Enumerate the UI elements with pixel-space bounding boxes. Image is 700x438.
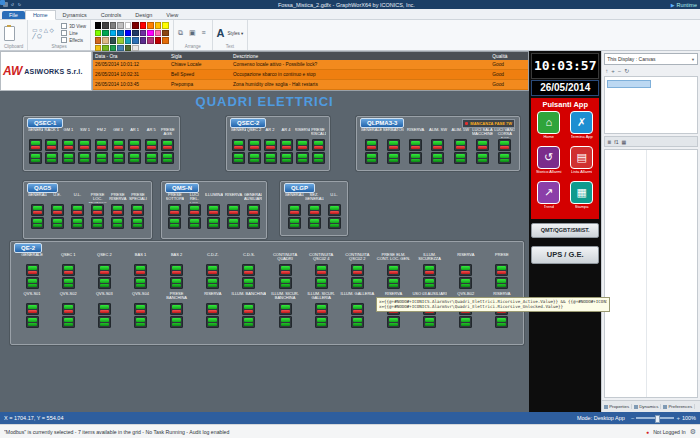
zoom-in-icon[interactable]: + [676, 415, 680, 421]
alarm-row[interactable]: 26/05/2014 10:02:31Bell SpeedOccupazione… [93, 70, 528, 80]
app-icon [0, 0, 5, 5]
shape-tools-icons[interactable]: ▭ ○ △ ◇ ╱ ⬠ [32, 27, 58, 39]
color-swatch[interactable] [110, 22, 117, 29]
panel-title-QMS-N[interactable]: QMS-N [165, 183, 199, 193]
text-styles-dropdown[interactable]: Styles ▾ [228, 31, 244, 36]
qmt-qgbt-smist-button[interactable]: QMT/QGBT/SMIST. [531, 223, 599, 238]
remove-icon[interactable]: − [618, 68, 622, 74]
color-swatch[interactable] [162, 37, 169, 44]
indicator-label: ALIM. 5W [450, 128, 471, 138]
arrange-icons[interactable]: ⧉ ▣ ≡ [178, 29, 208, 37]
login-status[interactable]: Not Logged In [653, 429, 686, 435]
panel-title-QSEC-2[interactable]: QSEC-2 [230, 118, 266, 128]
gear-icon[interactable]: ⚙ [690, 428, 696, 436]
color-swatch[interactable] [117, 37, 124, 44]
color-swatch[interactable] [140, 37, 147, 44]
paste-icon[interactable] [4, 26, 15, 41]
add-icon[interactable]: + [611, 68, 615, 74]
red-led-icon [47, 146, 56, 150]
panel-title-QE-2[interactable]: QE-2 [14, 243, 42, 253]
green-led-icon [281, 318, 290, 322]
color-swatch[interactable] [125, 22, 132, 29]
color-swatch[interactable] [155, 30, 162, 37]
red-led-icon [229, 211, 238, 215]
color-swatch[interactable] [162, 22, 169, 29]
explorer-tab-dynamics[interactable]: Dynamics [634, 404, 661, 409]
ribbon-tab-home[interactable]: Home [25, 10, 56, 20]
app-button-storico-allarmi[interactable]: ↺Storico Allarmi [533, 146, 564, 179]
list-icon[interactable]: ≣ [607, 139, 611, 145]
color-swatch[interactable] [125, 37, 132, 44]
color-swatch[interactable] [110, 37, 117, 44]
column-header-descrizione[interactable]: Descrizione [231, 54, 490, 59]
font-icon[interactable]: A [217, 27, 225, 39]
color-swatch[interactable] [155, 37, 162, 44]
app-button-stampa[interactable]: ▦Stampa [566, 181, 597, 214]
color-swatch[interactable] [125, 30, 132, 37]
explorer-tree[interactable] [604, 76, 698, 134]
indicator-module [387, 277, 400, 289]
panel-title-QAG5[interactable]: QAG5 [27, 183, 58, 193]
color-swatch[interactable] [147, 37, 154, 44]
up-icon[interactable]: ↑ [605, 68, 608, 74]
color-swatch[interactable] [155, 22, 162, 29]
color-swatch[interactable] [147, 30, 154, 37]
column-header-qualita[interactable]: Qualità [490, 54, 528, 59]
color-swatch[interactable] [140, 30, 147, 37]
indicator-module [128, 139, 141, 151]
color-swatch[interactable] [110, 30, 117, 37]
panel-title-QLPMA3-3[interactable]: QLPMA3-3 [360, 118, 404, 128]
ups-ge-button[interactable]: UPS / G.E. [531, 246, 599, 264]
color-swatch[interactable] [147, 22, 154, 29]
ribbon-tab-design[interactable]: Design [128, 11, 159, 19]
shapes-option-0[interactable]: 3D View [61, 23, 86, 29]
green-led-icon [229, 219, 238, 223]
properties-grid[interactable] [604, 149, 698, 398]
zoom-slider[interactable] [636, 417, 674, 419]
indicator-module [134, 303, 147, 315]
column-header-data-ora[interactable]: Data - Ora [93, 54, 169, 59]
explorer-tab-preferences[interactable]: Preferences [663, 404, 695, 409]
panel-QLPMA3-3: QLPMA3-3MANCANZA FASE 7WGENERALESERBATOI… [356, 116, 520, 171]
color-swatch[interactable] [162, 30, 169, 37]
alarm-row[interactable]: 26/05/2014 10:03:45PrepompaZona humidity… [93, 80, 528, 90]
panel-title-QLGP[interactable]: QLGP [284, 183, 315, 193]
zoom-slider-thumb[interactable] [655, 415, 660, 423]
refresh-icon[interactable]: ↻ [624, 67, 629, 74]
tree-selected-item[interactable] [607, 80, 651, 88]
color-swatch[interactable] [95, 37, 102, 44]
color-swatch[interactable] [102, 22, 109, 29]
color-swatch[interactable] [102, 30, 109, 37]
grid-icon[interactable]: ▦ [622, 139, 627, 145]
display-canvas[interactable]: QUADRI ELETTRICI QSEC-1GENERALERACK 1GM … [0, 91, 529, 412]
ribbon-tab-controls[interactable]: Controls [94, 11, 128, 19]
explorer-tab-properties[interactable]: Properties [604, 404, 632, 409]
ribbon-tab-file[interactable]: File [2, 11, 25, 19]
color-swatch[interactable] [117, 30, 124, 37]
column-header-sigla[interactable]: Sigla [169, 54, 231, 59]
color-swatch[interactable] [132, 30, 139, 37]
color-swatch[interactable] [117, 22, 124, 29]
color-swatch[interactable] [102, 37, 109, 44]
alarm-row[interactable]: 26/05/2014 10:01:12Chiave LocaleConsenso… [93, 60, 528, 70]
color-swatch[interactable] [132, 37, 139, 44]
color-swatch[interactable] [132, 22, 139, 29]
app-button-lista-allarmi[interactable]: ▤Lista Allarmi [566, 146, 597, 179]
app-button-termina-app[interactable]: ✗Termina App [566, 111, 597, 144]
indicator-module [206, 277, 219, 289]
ribbon-tab-dynamics[interactable]: Dynamics [56, 11, 94, 19]
color-swatch[interactable] [95, 22, 102, 29]
panel-title-QSEC-1[interactable]: QSEC-1 [27, 118, 63, 128]
app-button-home[interactable]: ⌂Home [533, 111, 564, 144]
app-button-trend[interactable]: ↗Trend [533, 181, 564, 214]
undo-icon[interactable]: ↺ [10, 2, 15, 7]
color-swatch[interactable] [140, 22, 147, 29]
display-selector[interactable]: This Display : Canvas ▼ [604, 53, 698, 65]
zoom-out-icon[interactable]: − [631, 415, 635, 421]
green-led-icon [461, 323, 470, 327]
color-swatch[interactable] [95, 30, 102, 37]
ribbon-tab-view[interactable]: View [159, 11, 185, 19]
shapes-option-1[interactable]: Line [61, 30, 86, 36]
shapes-option-2[interactable]: Effects [61, 37, 86, 43]
runtime-button[interactable]: ▶ Runtime [671, 2, 697, 8]
